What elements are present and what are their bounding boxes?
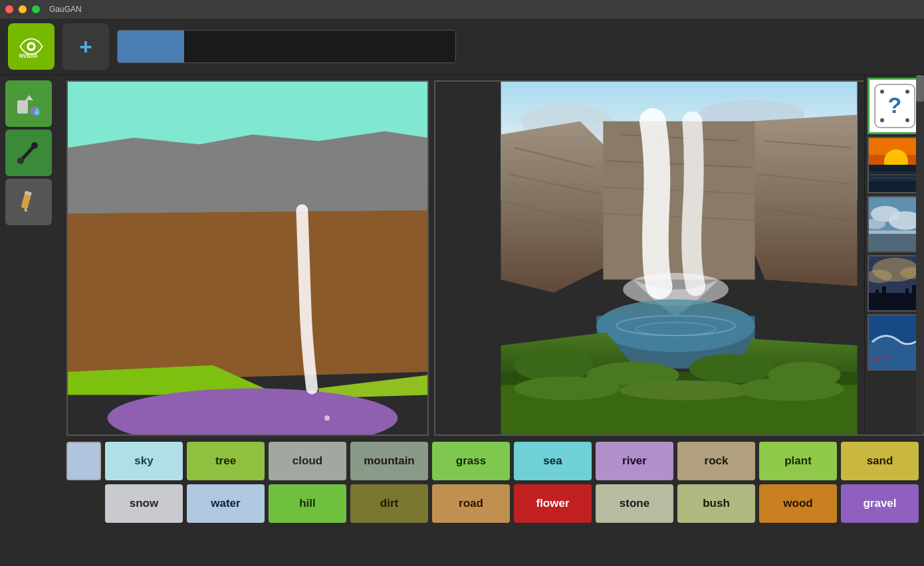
paint-tool-button[interactable] — [5, 130, 52, 176]
scrollbar-thumb[interactable] — [916, 75, 924, 102]
svg-point-57 — [880, 90, 884, 94]
thumbnail-sunset[interactable] — [867, 137, 922, 193]
left-tools-panel: 💧 — [0, 75, 60, 231]
thumbnails-panel: ? — [864, 75, 924, 433]
svg-point-53 — [620, 381, 752, 401]
selected-color-swatch — [118, 31, 184, 62]
label-rock[interactable]: rock — [677, 442, 755, 480]
label-cloud[interactable]: cloud — [269, 442, 346, 480]
svg-point-20 — [324, 415, 330, 421]
svg-rect-4 — [17, 100, 28, 114]
thumbnail-dramatic-sky[interactable] — [867, 255, 922, 312]
label-sea[interactable]: sea — [514, 442, 592, 480]
svg-text:?: ? — [888, 92, 902, 118]
label-sand[interactable]: sand — [841, 442, 919, 480]
dramatic-sky-thumbnail — [869, 256, 922, 312]
svg-point-47 — [514, 349, 593, 382]
label-tree[interactable]: tree — [187, 442, 265, 480]
label-river[interactable]: river — [596, 442, 673, 480]
minimize-button[interactable] — [19, 5, 27, 13]
svg-text:NVIDIA: NVIDIA — [19, 52, 38, 59]
svg-marker-16 — [68, 211, 427, 382]
progress-bar-rest — [184, 31, 455, 62]
svg-point-49 — [689, 354, 774, 383]
label-hill[interactable]: hill — [269, 484, 346, 523]
app-title: GauGAN — [49, 5, 82, 14]
sky-clouds-thumbnail — [869, 197, 922, 252]
toolbar: NVIDIA + — [0, 19, 924, 75]
color-progress-bar[interactable] — [117, 30, 456, 63]
label-snow[interactable]: snow — [105, 484, 183, 523]
label-sky[interactable]: sky — [105, 442, 183, 480]
close-button[interactable] — [5, 5, 13, 13]
svg-rect-74 — [869, 234, 922, 252]
svg-point-54 — [739, 377, 844, 401]
label-palette: sky tree cloud mountain grass sea river … — [61, 436, 924, 566]
maximize-button[interactable] — [32, 5, 40, 13]
svg-point-60 — [905, 118, 909, 122]
pencil-tool-button[interactable] — [5, 179, 52, 225]
palette-row-2: snow water hill dirt road flower stone b… — [66, 484, 919, 523]
svg-marker-26 — [501, 122, 620, 293]
nvidia-button[interactable]: NVIDIA — [8, 23, 55, 70]
label-gravel[interactable]: gravel — [841, 484, 919, 523]
thumbnail-wave[interactable] — [867, 314, 922, 371]
svg-point-10 — [17, 157, 24, 164]
ai-output-canvas — [434, 80, 924, 436]
svg-rect-82 — [882, 286, 886, 300]
svg-point-58 — [905, 90, 909, 94]
wave-thumbnail — [869, 316, 922, 371]
label-grass[interactable]: grass — [432, 442, 510, 480]
svg-point-2 — [29, 45, 34, 49]
label-dirt[interactable]: dirt — [350, 484, 428, 523]
label-stone[interactable]: stone — [596, 484, 673, 523]
sunset-thumbnail — [869, 138, 922, 193]
fill-tool-button[interactable]: 💧 — [5, 80, 52, 127]
add-button[interactable]: + — [62, 23, 109, 70]
svg-point-88 — [884, 355, 887, 359]
ai-output-svg — [435, 82, 923, 434]
svg-point-59 — [880, 118, 884, 122]
svg-marker-5 — [25, 95, 33, 100]
label-plant[interactable]: plant — [759, 442, 837, 480]
svg-rect-83 — [905, 288, 909, 300]
nvidia-logo-icon: NVIDIA — [15, 33, 48, 60]
paintbrush-icon — [16, 140, 41, 165]
pencil-icon — [16, 189, 41, 215]
svg-rect-34 — [603, 122, 754, 280]
svg-rect-81 — [875, 290, 879, 300]
label-bush[interactable]: bush — [677, 484, 755, 523]
label-road[interactable]: road — [432, 484, 510, 523]
palette-row-1: sky tree cloud mountain grass sea river … — [66, 442, 919, 480]
thumbnail-sky-clouds[interactable] — [867, 196, 922, 252]
drawing-svg — [68, 82, 427, 434]
svg-point-87 — [875, 357, 879, 361]
active-color-swatch[interactable] — [66, 442, 101, 480]
label-wood[interactable]: wood — [759, 484, 837, 523]
canvas-area — [61, 75, 924, 444]
titlebar: GauGAN — [0, 0, 924, 19]
thumbnail-dice[interactable]: ? — [867, 78, 922, 134]
svg-rect-66 — [869, 171, 922, 181]
plus-icon: + — [79, 35, 92, 58]
label-mountain[interactable]: mountain — [350, 442, 428, 480]
label-flower[interactable]: flower — [514, 484, 592, 523]
drawing-canvas[interactable] — [66, 80, 429, 436]
svg-point-9 — [31, 142, 38, 149]
dice-icon: ? — [871, 81, 918, 131]
svg-marker-15 — [68, 131, 427, 220]
label-water[interactable]: water — [187, 484, 265, 523]
svg-text:💧: 💧 — [33, 106, 41, 116]
fill-icon: 💧 — [16, 91, 41, 116]
svg-point-52 — [514, 377, 620, 401]
thumbnail-scrollbar[interactable] — [916, 75, 924, 433]
